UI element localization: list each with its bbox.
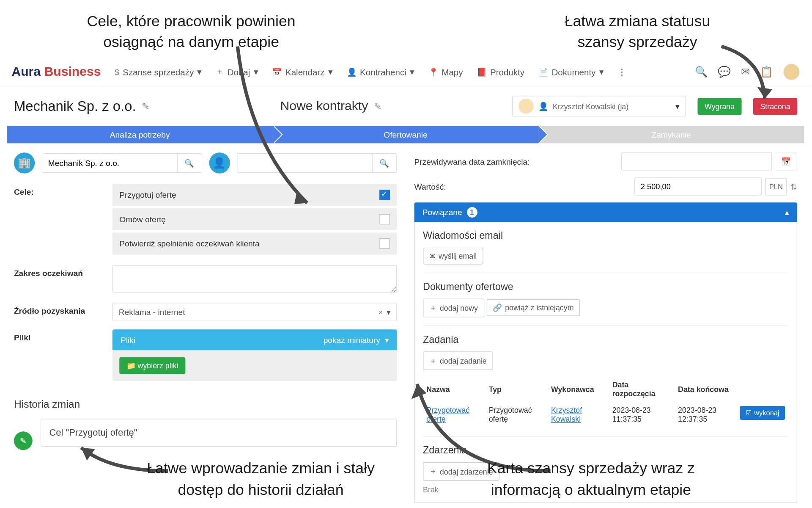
more-icon: ⋮ xyxy=(617,67,626,77)
emails-title: Wiadomości email xyxy=(423,230,788,242)
expectations-textarea[interactable] xyxy=(112,265,397,293)
nav-add[interactable]: ＋Dodaj▾ xyxy=(216,67,258,77)
value-input[interactable] xyxy=(634,177,762,195)
calendar-button[interactable]: 📅 xyxy=(775,152,797,170)
owner-avatar xyxy=(518,99,534,114)
col-who: Wykonawca xyxy=(549,377,609,402)
pin-icon: 📍 xyxy=(428,67,438,77)
search-icon: 🔍 xyxy=(379,159,389,168)
nav-products[interactable]: 📕Produkty xyxy=(477,67,524,77)
edit-company-icon[interactable]: ✎ xyxy=(142,101,149,112)
nav-documents[interactable]: 📄Dokumenty▾ xyxy=(538,67,604,77)
top-navbar: Aura Business $Szanse sprzedaży▾ ＋Dodaj▾… xyxy=(0,58,811,86)
nav-maps[interactable]: 📍Mapy xyxy=(428,67,463,77)
source-select[interactable]: Reklama - internet × ▾ xyxy=(112,303,397,321)
close-date-input[interactable] xyxy=(621,152,772,170)
docs-title: Dokumenty ofertowe xyxy=(423,281,788,293)
choose-files-button[interactable]: 📁 wybierz pliki xyxy=(119,357,185,374)
company-search-input[interactable] xyxy=(42,154,177,172)
events-empty: Brak xyxy=(423,486,788,494)
contact-search-input[interactable] xyxy=(237,154,372,172)
nav-calendar[interactable]: 📅Kalendarz▾ xyxy=(272,67,332,77)
logo: Aura Business xyxy=(11,64,101,80)
link-icon: 🔗 xyxy=(493,304,502,312)
history-card: Cel "Przygotuj ofertę" xyxy=(41,419,397,447)
right-column: Przewidywana data zamknięcia: 📅 Wartość:… xyxy=(414,152,798,502)
task-name-link[interactable]: Przygotować ofertę xyxy=(426,406,469,423)
nav-contractors[interactable]: 👤Kontrahenci▾ xyxy=(347,67,414,77)
task-start: 2023-08-23 11:37:35 xyxy=(610,403,675,427)
currency-label: PLN xyxy=(765,178,787,195)
expectations-label: Zakres oczekiwań xyxy=(14,265,112,295)
clear-icon[interactable]: × xyxy=(378,307,383,317)
chevron-down-icon: ▾ xyxy=(197,67,202,77)
chevron-down-icon: ▾ xyxy=(675,102,680,111)
doc-icon: 📄 xyxy=(538,67,548,77)
won-button[interactable]: Wygrana xyxy=(698,98,742,115)
stage-analysis[interactable]: Analiza potrzeby xyxy=(7,126,272,143)
user-icon: 👤 xyxy=(538,102,548,111)
deal-header: Mechanik Sp. z o.o. ✎ Nowe kontrakty ✎ 👤… xyxy=(0,86,811,122)
person-icon: 👤 xyxy=(209,152,230,173)
plus-icon: ＋ xyxy=(429,466,437,477)
task-assignee-link[interactable]: Krzysztof Kowalski xyxy=(551,406,582,423)
tasks-table: Nazwa Typ Wykonawca Data rozpoczęcia Dat… xyxy=(423,376,788,428)
related-panel-header[interactable]: Powiązane 1 ▴ xyxy=(414,202,798,222)
send-email-button[interactable]: ✉wyślij email xyxy=(423,248,483,265)
nav-more[interactable]: ⋮ xyxy=(617,67,626,77)
company-search-button[interactable]: 🔍 xyxy=(177,154,202,172)
events-title: Zdarzenia xyxy=(423,445,788,456)
col-name: Nazwa xyxy=(424,377,486,402)
search-icon: 🔍 xyxy=(184,159,194,168)
col-start: Data rozpoczęcia xyxy=(610,377,675,402)
search-icon[interactable]: 🔍 xyxy=(695,66,708,78)
chevron-down-icon: ▾ xyxy=(599,67,604,77)
goal-checkbox[interactable] xyxy=(379,190,390,200)
goal-item[interactable]: Przygotuj ofertę xyxy=(112,184,397,206)
stage-offering[interactable]: Ofertowanie xyxy=(273,126,538,143)
dollar-icon: $ xyxy=(115,67,119,77)
goal-checkbox[interactable] xyxy=(379,238,390,249)
related-panel-body: Wiadomości email ✉wyślij email Dokumenty… xyxy=(414,222,798,503)
stage-closing[interactable]: Zamykanie xyxy=(538,126,804,143)
related-count-badge: 1 xyxy=(467,207,477,218)
contact-search-button[interactable]: 🔍 xyxy=(372,154,397,172)
lost-button[interactable]: Stracona xyxy=(753,98,797,115)
goal-checkbox[interactable] xyxy=(379,214,390,225)
col-end: Data końcowa xyxy=(676,377,736,402)
stepper-icon[interactable]: ⇅ xyxy=(790,182,797,191)
nav-sales-chances[interactable]: $Szanse sprzedaży▾ xyxy=(115,67,202,77)
goal-item[interactable]: Potwierdź spełnienie oczekiwań klienta xyxy=(112,232,397,254)
goals-label: Cele: xyxy=(14,184,112,257)
add-event-button[interactable]: ＋dodaj zdarzenie xyxy=(423,462,499,481)
left-column: 🏢 🔍 👤 🔍 Cele: Przygotuj ofertę Omów ofer… xyxy=(14,152,397,502)
chevron-down-icon: ▾ xyxy=(385,335,389,345)
history-timeline: ✎ Cel "Przygotuj ofertę" xyxy=(14,419,397,450)
plus-icon: ＋ xyxy=(429,303,437,313)
goal-item[interactable]: Omów ofertę xyxy=(112,208,397,230)
clipboard-icon[interactable]: 📋 xyxy=(760,66,773,78)
envelope-icon: ✉ xyxy=(429,252,436,261)
owner-select[interactable]: 👤 Krzysztof Kowalski (ja) ▾ xyxy=(512,96,686,116)
owner-name: Krzysztof Kowalski (ja) xyxy=(553,102,671,110)
timeline-dot-icon: ✎ xyxy=(14,431,33,450)
edit-contract-icon[interactable]: ✎ xyxy=(374,101,381,112)
close-date-label: Przewidywana data zamknięcia: xyxy=(414,157,621,166)
plus-icon: ＋ xyxy=(216,67,224,77)
add-doc-button[interactable]: ＋dodaj nowy xyxy=(423,299,484,318)
mail-icon[interactable]: ✉ xyxy=(741,66,750,78)
building-icon: 🏢 xyxy=(14,152,35,173)
execute-task-button[interactable]: ☑wykonaj xyxy=(740,406,785,420)
chat-icon[interactable]: 💬 xyxy=(718,66,730,78)
add-task-button[interactable]: ＋dodaj zadanie xyxy=(423,351,493,370)
folder-icon: 📁 xyxy=(126,362,136,370)
files-label: Pliki xyxy=(14,329,112,381)
person-icon: 👤 xyxy=(347,67,357,77)
user-avatar[interactable] xyxy=(783,64,799,80)
task-type: Przygotować ofertę xyxy=(486,403,548,427)
files-panel-header[interactable]: Pliki pokaż miniatury ▾ xyxy=(112,329,397,350)
company-title: Mechanik Sp. z o.o. ✎ xyxy=(14,98,149,114)
check-icon: ☑ xyxy=(746,409,752,417)
link-doc-button[interactable]: 🔗powiąż z istniejącym xyxy=(486,299,580,316)
history-title: Historia zmian xyxy=(14,398,397,411)
